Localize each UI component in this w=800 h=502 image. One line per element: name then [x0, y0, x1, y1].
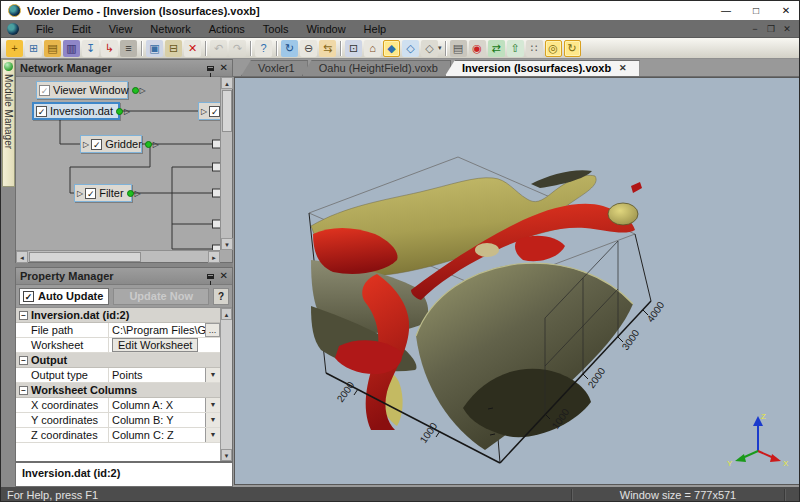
save-icon[interactable]: ▥ [63, 40, 80, 57]
status-dot-icon [145, 141, 152, 148]
document-tab-0[interactable]: Voxler1 [241, 60, 308, 76]
network-hscrollbar[interactable]: ◄ ► [16, 250, 220, 262]
maximize-button[interactable]: □ [741, 1, 771, 20]
property-value[interactable]: Column C: Z▼ [109, 428, 220, 442]
app-icon [8, 4, 21, 17]
property-value[interactable]: Edit Worksheet [109, 338, 220, 352]
pin-icon[interactable] [207, 274, 214, 279]
property-group-inversion-dat-id-2-[interactable]: −Inversion.dat (id:2) [16, 308, 220, 323]
paste-icon[interactable]: ⊟ [165, 40, 182, 57]
mdi-minimize-icon[interactable]: − [747, 24, 763, 34]
network-node-inversion-dat[interactable]: ✓Inversion.dat▷ [32, 102, 120, 120]
minimize-button[interactable]: — [711, 1, 741, 20]
input-port-stub [213, 220, 221, 228]
pin-icon[interactable] [207, 66, 214, 71]
group-label: Inversion.dat (id:2) [31, 309, 129, 321]
toolbar-separator [445, 41, 446, 56]
isosurface-render: 2000 1000 1000 2000 3000 4000 [235, 78, 799, 484]
document-tab-1[interactable]: Oahu (HeightField).voxb [302, 60, 451, 76]
collapse-icon[interactable]: − [19, 356, 28, 365]
wireframe-view-dropdown-icon[interactable]: ▾ [438, 44, 442, 52]
node-checkbox[interactable]: ✓ [39, 85, 50, 96]
dropdown-icon[interactable]: ▼ [205, 413, 220, 427]
new-viewer-window-icon[interactable]: ⊞ [25, 40, 42, 57]
input-port-stub [213, 140, 221, 148]
viewport-3d[interactable]: 2000 1000 1000 2000 3000 4000 [234, 77, 800, 485]
property-value[interactable]: Column B: Y▼ [109, 413, 220, 427]
menu-window[interactable]: Window [297, 23, 354, 35]
mdi-close-icon[interactable]: ✕ [779, 24, 795, 34]
network-canvas[interactable]: ✓Viewer Window▷✓Inversion.dat▷▷✓Gridder▷… [16, 77, 220, 250]
close-panel-icon[interactable]: ✕ [220, 271, 228, 281]
property-grid: −Inversion.dat (id:2)File pathC:\Program… [16, 308, 232, 461]
home-view-icon[interactable]: ⌂ [364, 40, 381, 57]
wireframe-view-icon[interactable]: ◇ [421, 40, 438, 57]
free-rotate-mode-icon[interactable]: ↻ [564, 40, 581, 57]
close-button[interactable]: ✕ [771, 1, 800, 20]
menu-file[interactable]: File [27, 23, 63, 35]
menu-help[interactable]: Help [355, 23, 396, 35]
zoom-to-fit-icon[interactable]: ⊡ [345, 40, 362, 57]
connect-modules-icon[interactable]: ⇄ [488, 40, 505, 57]
property-value[interactable]: Column A: X▼ [109, 398, 220, 412]
menu-network[interactable]: Network [141, 23, 199, 35]
menu-tools[interactable]: Tools [254, 23, 298, 35]
import-icon[interactable]: ↧ [82, 40, 99, 57]
menu-actions[interactable]: Actions [200, 23, 254, 35]
context-help-icon[interactable]: ? [255, 40, 272, 57]
copy-icon[interactable]: ▣ [146, 40, 163, 57]
edit-worksheet-button[interactable]: Edit Worksheet [112, 338, 198, 352]
pan-icon[interactable]: ⇆ [319, 40, 336, 57]
property-value[interactable]: Points▼ [109, 368, 220, 382]
menu-view[interactable]: View [100, 23, 142, 35]
delete-icon[interactable]: ✕ [184, 40, 201, 57]
network-node-filter[interactable]: ▷✓Filter▷ [74, 184, 132, 202]
perspective-view-icon[interactable]: ◆ [383, 40, 400, 57]
property-group-output[interactable]: −Output [16, 353, 220, 368]
property-value[interactable]: C:\Program Files\Golden...... [109, 323, 220, 337]
collapse-icon[interactable]: − [19, 386, 28, 395]
export-icon[interactable]: ↳ [101, 40, 118, 57]
node-checkbox[interactable]: ✓ [91, 139, 102, 150]
property-toolbar: ✓ Auto Update Update Now ? [16, 285, 232, 307]
tab-close-icon[interactable]: ✕ [619, 61, 627, 76]
property-group-worksheet-columns[interactable]: −Worksheet Columns [16, 383, 220, 398]
orthographic-view-icon[interactable]: ◇ [402, 40, 419, 57]
print-icon[interactable]: ≡ [120, 40, 137, 57]
auto-update-checkbox[interactable]: ✓ Auto Update [19, 288, 109, 305]
update-now-button[interactable]: Update Now [113, 288, 209, 305]
mdi-restore-icon[interactable]: ❐ [763, 24, 779, 34]
network-node-gridder[interactable]: ▷✓Gridder▷ [80, 135, 142, 153]
property-vscrollbar[interactable]: ▲ ▼ [220, 308, 232, 461]
property-label: Output type [16, 368, 109, 382]
y-tick-2000: 2000 [586, 365, 608, 390]
new-network-icon[interactable]: + [6, 40, 23, 57]
dropdown-icon[interactable]: ▼ [205, 398, 220, 412]
pick-points-icon[interactable]: ∷ [526, 40, 543, 57]
trackball-mode-icon[interactable]: ◎ [545, 40, 562, 57]
document-tab-2[interactable]: Inversion (Isosurfaces).voxb✕ [445, 60, 640, 76]
network-vscrollbar[interactable]: ▲ ▼ [220, 77, 232, 250]
dropdown-icon[interactable]: ▼ [205, 368, 220, 382]
promote-output-icon[interactable]: ⇧ [507, 40, 524, 57]
open-icon[interactable]: ▤ [44, 40, 61, 57]
collapse-icon[interactable]: − [19, 311, 28, 320]
render-module-icon[interactable]: ◉ [469, 40, 486, 57]
zoom-icon[interactable]: ⊖ [300, 40, 317, 57]
module-manager-tab[interactable]: Module Manager [2, 59, 15, 187]
node-checkbox[interactable]: ✓ [36, 106, 47, 117]
undo-icon[interactable]: ↶ [210, 40, 227, 57]
network-node-partial[interactable]: ▷✓ [198, 102, 220, 120]
tab-label: Inversion (Isosurfaces).voxb [462, 61, 611, 76]
help-button[interactable]: ? [213, 288, 229, 305]
paste-module-icon[interactable]: ▤ [450, 40, 467, 57]
browse-button[interactable]: ... [205, 323, 220, 337]
close-panel-icon[interactable]: ✕ [220, 63, 228, 73]
node-checkbox[interactable]: ✓ [85, 188, 96, 199]
menu-edit[interactable]: Edit [63, 23, 100, 35]
node-checkbox[interactable]: ✓ [209, 106, 220, 117]
redo-icon[interactable]: ↷ [229, 40, 246, 57]
network-node-viewer-window[interactable]: ✓Viewer Window▷ [36, 81, 128, 99]
rotate-view-icon[interactable]: ↻ [281, 40, 298, 57]
dropdown-icon[interactable]: ▼ [205, 428, 220, 442]
